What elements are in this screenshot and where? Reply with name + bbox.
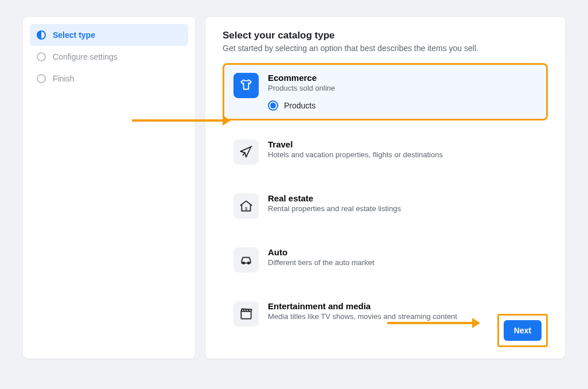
annotation-arrow-icon xyxy=(132,119,229,122)
step-configure-settings[interactable]: Configure settings xyxy=(30,46,188,68)
radio-label: Products xyxy=(284,101,316,110)
option-real-estate[interactable]: $ Real estate Rental properties and real… xyxy=(223,184,548,228)
option-title: Ecommerce xyxy=(268,73,537,83)
next-button[interactable]: Next xyxy=(504,320,542,341)
option-ecommerce[interactable]: Ecommerce Products sold online Products xyxy=(223,63,548,120)
car-icon xyxy=(233,247,259,273)
step-circle-icon xyxy=(37,52,46,61)
annotation-arrow-icon xyxy=(387,322,479,324)
page-subtitle: Get started by selecting an option that … xyxy=(223,44,548,53)
half-circle-icon xyxy=(37,30,46,40)
sidebar: Select type Configure settings Finish xyxy=(23,17,195,359)
step-label: Configure settings xyxy=(53,52,118,61)
option-auto[interactable]: Auto Different tiers of the auto market xyxy=(223,238,548,282)
page-title: Select your catalog type xyxy=(223,30,548,41)
products-radio[interactable]: Products xyxy=(268,100,537,111)
step-circle-icon xyxy=(37,74,46,83)
option-travel[interactable]: Travel Hotels and vacation properties, f… xyxy=(223,130,548,174)
radio-icon xyxy=(268,100,278,111)
airplane-icon xyxy=(233,139,259,165)
option-desc: Media titles like TV shows, movies and s… xyxy=(268,312,537,321)
step-label: Finish xyxy=(53,74,74,83)
clapperboard-icon xyxy=(233,301,259,326)
svg-rect-4 xyxy=(241,312,251,319)
option-title: Travel xyxy=(268,139,537,149)
option-title: Auto xyxy=(268,247,537,257)
next-highlight: Next xyxy=(497,314,548,347)
option-title: Real estate xyxy=(268,193,537,203)
step-select-type[interactable]: Select type xyxy=(30,24,188,46)
catalog-options: Ecommerce Products sold online Products … xyxy=(223,63,548,336)
main-panel: Select your catalog type Get started by … xyxy=(205,17,565,359)
tshirt-icon xyxy=(233,73,259,98)
step-finish[interactable]: Finish xyxy=(30,68,188,90)
house-icon: $ xyxy=(233,193,259,219)
option-desc: Different tiers of the auto market xyxy=(268,258,537,267)
option-desc: Rental properties and real estate listin… xyxy=(268,204,537,213)
option-desc: Products sold online xyxy=(268,84,537,92)
option-desc: Hotels and vacation properties, flights … xyxy=(268,150,537,159)
svg-text:$: $ xyxy=(245,206,248,211)
option-title: Entertainment and media xyxy=(268,301,537,311)
step-label: Select type xyxy=(53,30,95,40)
